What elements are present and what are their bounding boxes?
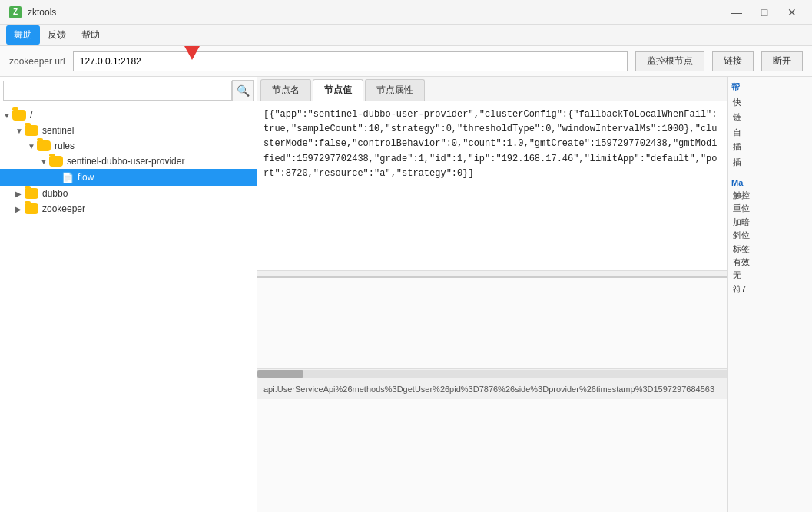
tree-label-zookeeper: zookeeper — [42, 203, 85, 214]
tree-label-provider: sentinel-dubbo-user-provider — [67, 156, 184, 167]
tab-node-props[interactable]: 节点属性 — [365, 79, 425, 101]
h-scrollbar-area[interactable] — [257, 368, 727, 378]
tree-item-dubbo[interactable]: ▶ dubbo — [0, 186, 257, 201]
tree-container: ▼ / ▼ sentinel ▼ rules ▼ — [0, 104, 257, 512]
blog-item-xiewei[interactable]: 斜位 — [731, 229, 809, 242]
menu-item-help[interactable]: 帮助 — [74, 25, 108, 45]
h-scrollbar-thumb[interactable] — [257, 370, 303, 378]
tree-label-rules: rules — [55, 140, 75, 151]
tree-toggle-zookeeper: ▶ — [15, 205, 25, 213]
blog-item-lian[interactable]: 链 — [731, 111, 809, 124]
tree-label-flow: flow — [78, 172, 94, 183]
folder-icon-provider — [49, 156, 63, 167]
blog-item-wu[interactable]: 无 — [731, 269, 809, 282]
tree-toggle-dubbo: ▶ — [15, 190, 25, 198]
status-bar: api.UserServiceApi%26methods%3DgetUser%2… — [257, 378, 727, 399]
main-layout: 🔍 ▼ / ▼ sentinel ▼ rul — [0, 77, 812, 512]
bottom-area — [257, 276, 727, 368]
title-bar: Z zktools — □ ✕ — [0, 0, 812, 25]
blog-item-kuai[interactable]: 快 — [731, 96, 809, 109]
minimize-button[interactable]: — — [726, 5, 747, 20]
blog-sidebar: 帮 快 链 自 插 插 Ma 触控 重位 加暗 斜位 标签 有效 无 符7 — [727, 77, 812, 512]
folder-icon-sentinel — [25, 125, 38, 136]
tree-item-zookeeper[interactable]: ▶ zookeeper — [0, 201, 257, 216]
blog-item-youxiao[interactable]: 有效 — [731, 256, 809, 269]
blog-item-chukon[interactable]: 触控 — [731, 189, 809, 202]
left-panel: 🔍 ▼ / ▼ sentinel ▼ rul — [0, 77, 257, 512]
tree-label-root: / — [30, 110, 32, 121]
tree-label-sentinel: sentinel — [42, 125, 74, 136]
blog-section-ma[interactable]: Ma — [731, 177, 809, 189]
menu-item-feedback[interactable]: 反馈 — [40, 25, 74, 45]
node-content-area: [{"app":"sentinel-dubbo-user-provider","… — [257, 101, 727, 270]
tab-node-name[interactable]: 节点名 — [260, 79, 311, 101]
h-scrollbar-track[interactable] — [257, 370, 727, 378]
blog-item-chongwei[interactable]: 重位 — [731, 202, 809, 215]
url-bar: zookeeper url 监控根节点 链接 断开 — [0, 46, 812, 77]
tree-toggle-sentinel: ▼ — [15, 127, 25, 135]
menu-bar: 舞助 反馈 帮助 — [0, 25, 812, 46]
url-input[interactable] — [73, 51, 628, 71]
url-label: zookeeper url — [9, 56, 65, 67]
blog-help-label[interactable]: 帮 — [731, 80, 809, 94]
tree-item-provider[interactable]: ▼ sentinel-dubbo-user-provider — [0, 154, 257, 169]
blog-item-cha1[interactable]: 插 — [731, 140, 809, 154]
red-arrow-indicator — [184, 46, 200, 60]
folder-icon-rules — [37, 140, 51, 151]
monitor-root-button[interactable]: 监控根节点 — [635, 51, 704, 71]
blog-item-cha2[interactable]: 插 — [731, 156, 809, 169]
file-icon-flow: 📄 — [61, 171, 74, 183]
search-button[interactable]: 🔍 — [232, 80, 254, 101]
tree-toggle-provider: ▼ — [40, 157, 49, 166]
folder-icon-dubbo — [25, 188, 38, 199]
window-controls: — □ ✕ — [726, 5, 803, 20]
menu-item-wuzu[interactable]: 舞助 — [6, 25, 40, 45]
node-content-text: [{"app":"sentinel-dubbo-user-provider","… — [263, 109, 718, 179]
tree-item-flow[interactable]: 📄 flow — [0, 169, 257, 186]
blog-item-fu7[interactable]: 符7 — [731, 282, 809, 296]
disconnect-button[interactable]: 断开 — [761, 51, 803, 71]
blog-item-biaoqian[interactable]: 标签 — [731, 243, 809, 256]
maximize-button[interactable]: □ — [754, 5, 775, 20]
status-text: api.UserServiceApi%26methods%3DgetUser%2… — [263, 385, 714, 394]
right-panel: 节点名 节点值 节点属性 [{"app":"sentinel-dubbo-use… — [257, 77, 727, 512]
tree-item-rules[interactable]: ▼ rules — [0, 138, 257, 154]
search-input[interactable] — [3, 81, 232, 101]
tree-toggle-root: ▼ — [3, 111, 12, 120]
tabs-bar: 节点名 节点值 节点属性 — [257, 77, 727, 101]
tree-item-root[interactable]: ▼ / — [0, 107, 257, 123]
app-icon: Z — [9, 6, 22, 18]
search-bar: 🔍 — [0, 77, 257, 104]
folder-icon-root — [12, 110, 26, 121]
connect-button[interactable]: 链接 — [712, 51, 754, 71]
blog-item-jiaan[interactable]: 加暗 — [731, 216, 809, 229]
folder-icon-zookeeper — [25, 203, 38, 214]
tree-item-sentinel[interactable]: ▼ sentinel — [0, 123, 257, 138]
blog-item-zi[interactable]: 自 — [731, 126, 809, 139]
tree-toggle-rules: ▼ — [28, 142, 37, 150]
tab-node-value[interactable]: 节点值 — [313, 79, 363, 101]
close-button[interactable]: ✕ — [781, 5, 803, 20]
window-title: zktools — [28, 7, 726, 18]
tree-label-dubbo: dubbo — [42, 188, 68, 199]
